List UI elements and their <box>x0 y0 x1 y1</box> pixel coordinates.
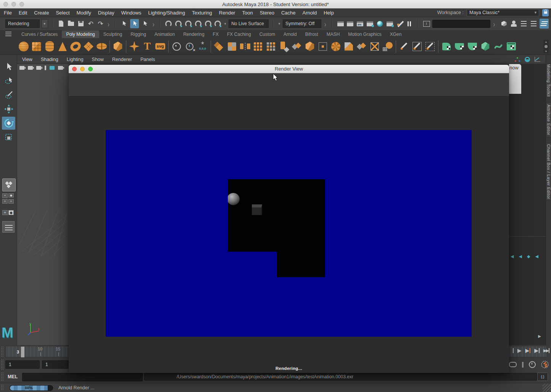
shelf-menu-icon[interactable] <box>5 32 11 36</box>
script-editor-button[interactable]: {;} <box>537 373 548 381</box>
play-button[interactable]: ▶ <box>517 347 522 353</box>
green-curve-button[interactable] <box>492 39 505 54</box>
layer-editor-toggle-button[interactable] <box>540 19 549 29</box>
multi-cut-button[interactable] <box>264 39 277 54</box>
shelf-tab-curves-surfaces[interactable]: Curves / Surfaces <box>17 31 62 38</box>
menu-lighting-shading[interactable]: Lighting/Shading <box>148 10 185 16</box>
sculpt-tool-2-button[interactable] <box>466 39 479 54</box>
menu-modify[interactable]: Modify <box>77 10 91 16</box>
bookmark-icon[interactable] <box>45 66 46 70</box>
drag-handle[interactable] <box>1 372 4 382</box>
drag-handle[interactable] <box>1 384 4 391</box>
panel-menu-shading[interactable]: Shading <box>41 57 58 62</box>
snap-to-point-button[interactable] <box>184 19 192 28</box>
shelf-tab-bifrost[interactable]: Bifrost <box>301 31 322 38</box>
poly-disc-button[interactable] <box>95 39 108 54</box>
shelf-tab-arnold[interactable]: Arnold <box>279 31 301 38</box>
layout-single-pane-button[interactable] <box>2 178 16 191</box>
shelf-tab-custom[interactable]: Custom <box>255 31 279 38</box>
menu-create[interactable]: Create <box>34 10 49 16</box>
extrude-button[interactable] <box>277 39 290 54</box>
panel-menu-panels[interactable]: Panels <box>140 57 155 62</box>
camera-icon[interactable] <box>19 66 24 70</box>
delete-history-button[interactable] <box>183 39 196 54</box>
tab-attribute-editor[interactable]: Attribute Editor <box>546 102 551 137</box>
playback-speed-handle[interactable] <box>522 362 524 368</box>
menu-set-arrow[interactable]: ▼ <box>41 19 48 28</box>
redo-button[interactable]: ↷ <box>97 19 105 28</box>
poly-plane-button[interactable] <box>82 39 95 54</box>
rotate-tool[interactable] <box>2 117 15 130</box>
workspace-select[interactable]: Maya Classic* ▼ <box>467 9 539 16</box>
shelf-tab-xgen[interactable]: XGen <box>386 31 406 38</box>
center-pivot-button[interactable]: * 0,0,0 <box>196 39 209 54</box>
render-settings-button[interactable] <box>366 19 374 28</box>
command-line-result[interactable]: /Users/swardson/Documents/maya/projects/… <box>144 373 537 381</box>
live-surface-field[interactable]: No Live Surface <box>229 19 269 28</box>
axis-triad-icon[interactable] <box>515 57 520 62</box>
lasso-select-tool[interactable] <box>2 74 15 87</box>
ipr-render-button[interactable]: IPR <box>356 19 364 28</box>
panel-menu-lighting[interactable]: Lighting <box>67 57 84 62</box>
shelf-tab-motion-graphics[interactable]: Motion Graphics <box>344 31 385 38</box>
workspace-lock-button[interactable] <box>542 9 549 16</box>
chevron-down-icon[interactable]: ▼ <box>224 22 227 26</box>
fill-hole-button[interactable] <box>251 39 264 54</box>
go-to-start-button[interactable] <box>513 348 514 353</box>
mel-label[interactable]: MEL <box>8 374 18 379</box>
auto-key-clock-icon[interactable] <box>529 361 536 368</box>
menu-toon[interactable]: Toon <box>242 10 253 16</box>
layout-outliner-button[interactable] <box>2 221 14 233</box>
prev-icon[interactable]: ◀ <box>519 254 522 259</box>
scroll-right-icon[interactable]: ▶ <box>538 334 541 338</box>
move-tool[interactable] <box>2 103 15 116</box>
snap-to-view-plane-button[interactable] <box>204 19 212 28</box>
green-cube-button[interactable] <box>479 39 492 54</box>
shelf-tab-animation[interactable]: Animation <box>150 31 179 38</box>
graph-icon[interactable] <box>535 57 540 62</box>
shelf-tab-rigging[interactable]: Rigging <box>126 31 150 38</box>
menu-select[interactable]: Select <box>56 10 69 16</box>
viewport[interactable]: y x <box>17 64 69 345</box>
render-sphere-button[interactable] <box>376 19 384 28</box>
loop-playback-icon[interactable] <box>509 362 517 367</box>
menu-arnold[interactable]: Arnold <box>303 10 317 16</box>
menu-windows[interactable]: Windows <box>121 10 141 16</box>
mirror-button[interactable] <box>238 39 251 54</box>
open-scene-button[interactable] <box>67 19 75 28</box>
quick-rename-button[interactable]: I <box>422 19 430 28</box>
paint-effects-button[interactable] <box>396 19 404 28</box>
shelf-tab-fx-caching[interactable]: FX Caching <box>223 31 255 38</box>
poly-text-button[interactable]: T <box>141 39 154 54</box>
uv-editor-button[interactable] <box>505 39 518 54</box>
menu-stereo[interactable]: Stereo <box>260 10 274 16</box>
shelf-tab-rendering[interactable]: Rendering <box>179 31 208 38</box>
render-view-titlebar[interactable]: Render View <box>69 65 509 73</box>
quick-selection-input[interactable] <box>432 20 490 28</box>
spread-button[interactable] <box>355 39 368 54</box>
layers-small-icon[interactable]: ◀ <box>535 254 538 259</box>
smooth-button[interactable] <box>290 39 303 54</box>
joint-tool-button[interactable] <box>170 39 183 54</box>
drag-handle[interactable] <box>1 346 4 357</box>
channel-box-toggle-button[interactable] <box>520 19 528 28</box>
tab-channel-box-layer-editor[interactable]: Channel Box / Layer Editor <box>546 143 551 201</box>
quad-draw-button[interactable] <box>440 39 453 54</box>
select-by-hierarchy-button[interactable] <box>120 19 129 28</box>
snap-to-projected-center-button[interactable] <box>194 19 202 28</box>
menu-cache[interactable]: Cache <box>281 10 296 16</box>
group-collapse-icon[interactable]: › <box>324 19 326 28</box>
go-to-end-button[interactable]: ▶▶ <box>543 348 549 353</box>
paint-select-tool[interactable] <box>2 88 15 101</box>
panel-menu-show[interactable]: Show <box>92 57 104 62</box>
edge-flow-button[interactable] <box>316 39 329 54</box>
up-arrow-icon[interactable]: ▲ <box>545 40 548 43</box>
edit-curve-button[interactable] <box>411 39 424 54</box>
menu-texturing[interactable]: Texturing <box>192 10 212 16</box>
poly-cone-button[interactable] <box>56 39 69 54</box>
bevel-button[interactable] <box>342 39 355 54</box>
platonic-solid-button[interactable] <box>111 39 124 54</box>
command-line-input[interactable] <box>22 373 143 381</box>
diamond-icon[interactable]: ◆ <box>527 254 530 259</box>
character-controls-button[interactable] <box>510 19 518 28</box>
